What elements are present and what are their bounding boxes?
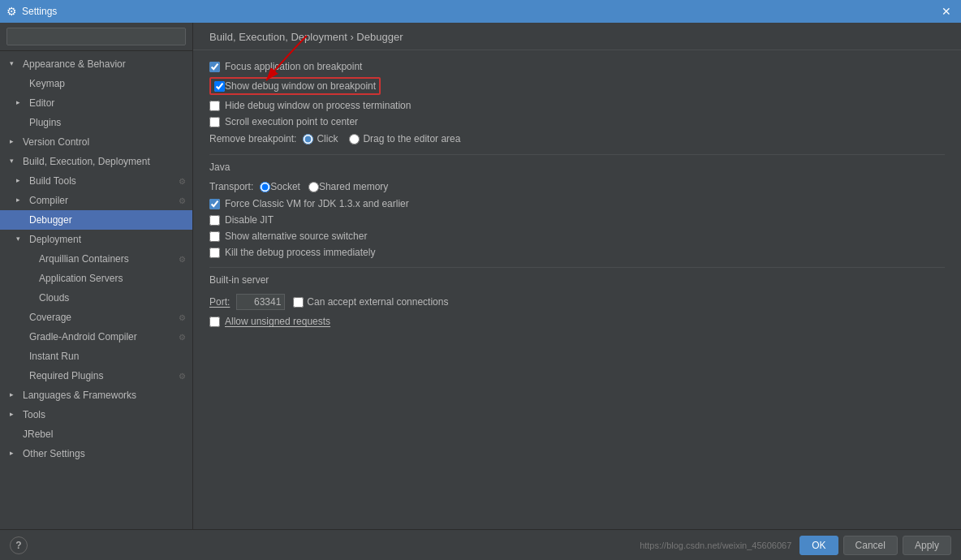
sidebar-item-tools[interactable]: ▸ Tools [0, 405, 192, 424]
sidebar-item-deployment[interactable]: ▾ Deployment [0, 230, 192, 249]
settings-icon: ⚙ [179, 370, 186, 382]
sidebar-item-build-execution[interactable]: ▾ Build, Execution, Deployment [0, 152, 192, 171]
transport-row: Transport: Socket Shared memory [209, 178, 945, 196]
hide-debug-label[interactable]: Hide debug window on process termination [225, 100, 411, 111]
transport-socket-label[interactable]: Socket [270, 181, 300, 192]
sidebar-item-version-control[interactable]: ▸ Version Control [0, 132, 192, 152]
java-section: Java Transport: Socket Shared memory For… [209, 162, 945, 261]
separator2 [209, 267, 945, 268]
sidebar-item-gradle-android[interactable]: Gradle-Android Compiler ⚙ [0, 327, 192, 347]
allow-unsigned-row: Allow unsigned requests [209, 313, 945, 330]
sidebar-item-build-tools[interactable]: ▸ Build Tools ⚙ [0, 171, 192, 191]
builtin-server-section: Built-in server Port: Can accept externa… [209, 274, 945, 330]
force-classic-row: Force Classic VM for JDK 1.3.x and earli… [209, 196, 945, 212]
transport-shared-radio[interactable] [308, 182, 319, 192]
remove-bp-drag-label[interactable]: Drag to the editor area [363, 133, 460, 144]
force-classic-label[interactable]: Force Classic VM for JDK 1.3.x and earli… [225, 198, 409, 209]
allow-unsigned-label[interactable]: Allow unsigned requests [225, 316, 330, 327]
accept-ext-checkbox[interactable] [293, 297, 304, 308]
sidebar: ▾ Appearance & Behavior Keymap ▸ Editor … [0, 23, 193, 529]
scroll-exec-checkbox[interactable] [209, 117, 220, 127]
expand-arrow-icon: ▸ [10, 448, 19, 459]
sidebar-item-instant-run[interactable]: Instant Run [0, 347, 192, 366]
focus-app-label[interactable]: Focus application on breakpoint [225, 61, 362, 72]
main-container: ▾ Appearance & Behavior Keymap ▸ Editor … [0, 23, 961, 560]
sidebar-item-app-servers[interactable]: Application Servers [0, 269, 192, 288]
kill-debug-label[interactable]: Kill the debug process immediately [225, 247, 375, 258]
sidebar-item-editor[interactable]: ▸ Editor [0, 93, 192, 113]
show-debug-row-highlighted: Show debug window on breakpoint [209, 77, 381, 95]
remove-bp-drag-radio[interactable] [349, 134, 360, 144]
sidebar-item-label: Clouds [39, 291, 69, 305]
cancel-button[interactable]: Cancel [843, 536, 898, 555]
remove-breakpoint-row: Remove breakpoint: Click Drag to the edi… [209, 130, 945, 148]
sidebar-item-jrebel[interactable]: JRebel [0, 424, 192, 444]
settings-icon: ⚙ [6, 5, 17, 18]
remove-bp-click-label[interactable]: Click [317, 133, 338, 144]
ok-button[interactable]: OK [799, 536, 838, 555]
port-input[interactable] [236, 294, 285, 310]
settings-icon: ⚙ [179, 331, 186, 343]
sidebar-item-plugins[interactable]: Plugins [0, 113, 192, 132]
expand-arrow-icon: ▾ [10, 58, 19, 70]
search-input[interactable] [6, 28, 186, 45]
sidebar-item-label: Plugins [29, 115, 61, 130]
builtin-server-title: Built-in server [209, 274, 945, 286]
remove-bp-click-radio[interactable] [303, 134, 313, 144]
sidebar-item-coverage[interactable]: Coverage ⚙ [0, 308, 192, 327]
show-alt-label[interactable]: Show alternative source switcher [225, 230, 367, 242]
transport-label: Transport: [209, 181, 253, 192]
java-section-title: Java [209, 162, 945, 173]
disable-jit-label[interactable]: Disable JIT [225, 214, 274, 226]
sidebar-item-debugger[interactable]: Debugger [0, 210, 192, 230]
sidebar-item-label: Keymap [29, 76, 65, 91]
sidebar-item-arquillian[interactable]: Arquillian Containers ⚙ [0, 249, 192, 269]
expand-arrow-icon: ▸ [10, 409, 19, 420]
panel-content: Focus application on breakpoint Show deb… [193, 50, 961, 338]
bottom-bar: ? https://blog.csdn.net/weixin_45606067 … [0, 529, 961, 560]
sidebar-item-required-plugins[interactable]: Required Plugins ⚙ [0, 366, 192, 386]
transport-shared-label[interactable]: Shared memory [319, 181, 388, 192]
panel-breadcrumb: Build, Execution, Deployment › Debugger [193, 23, 961, 50]
close-button[interactable]: ✕ [938, 3, 955, 19]
sidebar-item-appearance[interactable]: ▾ Appearance & Behavior [0, 54, 192, 74]
kill-debug-row: Kill the debug process immediately [209, 244, 945, 261]
breadcrumb-text: Build, Execution, Deployment › Debugger [209, 31, 403, 43]
dialog-buttons: OK Cancel Apply [799, 536, 951, 555]
remove-breakpoint-label: Remove breakpoint: [209, 133, 296, 144]
sidebar-item-label: Languages & Frameworks [23, 388, 136, 403]
sidebar-item-label: Required Plugins [29, 368, 103, 383]
scroll-exec-label[interactable]: Scroll execution point to center [225, 116, 358, 127]
expand-arrow-icon: ▸ [16, 195, 26, 206]
expand-arrow-icon: ▾ [16, 234, 26, 245]
sidebar-item-languages[interactable]: ▸ Languages & Frameworks [0, 386, 192, 405]
focus-app-checkbox[interactable] [209, 62, 220, 72]
sidebar-item-label: Instant Run [29, 349, 79, 364]
scroll-exec-row: Scroll execution point to center [209, 114, 945, 130]
show-debug-checkbox[interactable] [214, 81, 225, 92]
sidebar-item-label: Deployment [29, 232, 81, 247]
allow-unsigned-checkbox[interactable] [209, 317, 220, 327]
sidebar-item-label: Build Tools [29, 174, 76, 188]
disable-jit-checkbox[interactable] [209, 215, 220, 226]
focus-app-row: Focus application on breakpoint [209, 58, 945, 75]
sidebar-item-compiler[interactable]: ▸ Compiler ⚙ [0, 191, 192, 210]
transport-socket-radio[interactable] [260, 182, 270, 192]
sidebar-content: ▾ Appearance & Behavior Keymap ▸ Editor … [0, 51, 192, 529]
apply-button[interactable]: Apply [903, 536, 951, 555]
hide-debug-checkbox[interactable] [209, 101, 220, 111]
sidebar-item-label: Compiler [29, 193, 68, 208]
content-area: ▾ Appearance & Behavior Keymap ▸ Editor … [0, 23, 961, 529]
sidebar-item-other-settings[interactable]: ▸ Other Settings [0, 444, 192, 463]
separator [209, 154, 945, 155]
sidebar-item-label: Arquillian Containers [39, 252, 129, 266]
help-button[interactable]: ? [10, 536, 28, 554]
show-alt-checkbox[interactable] [209, 231, 220, 242]
force-classic-checkbox[interactable] [209, 199, 220, 209]
show-debug-label[interactable]: Show debug window on breakpoint [225, 80, 376, 92]
sidebar-item-label: Other Settings [23, 446, 85, 461]
sidebar-item-clouds[interactable]: Clouds [0, 288, 192, 308]
sidebar-item-keymap[interactable]: Keymap [0, 74, 192, 93]
kill-debug-checkbox[interactable] [209, 248, 220, 258]
accept-ext-label[interactable]: Can accept external connections [307, 296, 448, 308]
